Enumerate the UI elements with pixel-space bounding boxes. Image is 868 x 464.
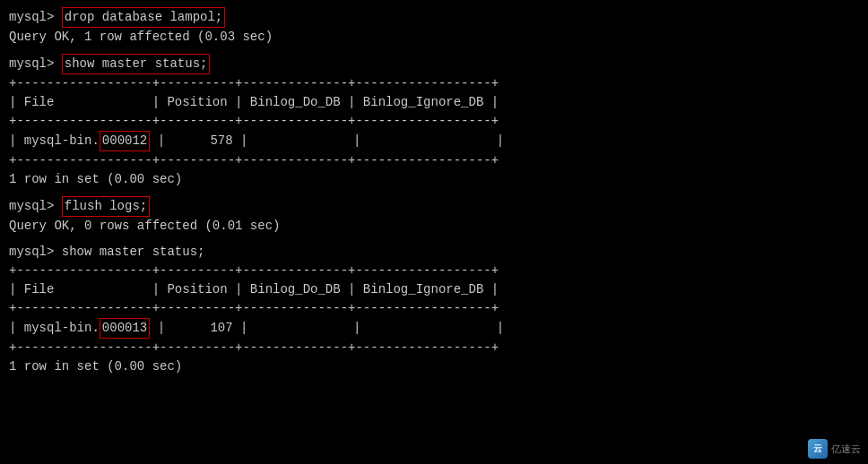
- output-line-10: 1 row in set (0.00 sec): [9, 170, 859, 189]
- table1-border-bot: +------------------+----------+---------…: [9, 151, 859, 170]
- command-line-15: mysql> show master status;: [9, 243, 859, 262]
- watermark: 云 亿速云: [808, 439, 861, 459]
- command-line-1: mysql> drop database lampol;: [9, 7, 859, 28]
- terminal-window: mysql> drop database lampol; Query OK, 1…: [0, 0, 868, 383]
- command-highlight-1: drop database lampol;: [62, 7, 225, 28]
- table2-row1-rest: | 107 | | |: [150, 319, 504, 338]
- table1-border-top: +------------------+----------+---------…: [9, 74, 859, 93]
- output-line-2: Query OK, 1 row affected (0.03 sec): [9, 28, 859, 47]
- table2-border-top: +------------------+----------+---------…: [9, 262, 859, 280]
- output-text-21: 1 row in set (0.00 sec): [9, 357, 182, 376]
- command-highlight-12: flush logs;: [62, 196, 150, 217]
- spacer-1: [9, 47, 859, 54]
- output-line-13: Query OK, 0 rows affected (0.01 sec): [9, 217, 859, 236]
- spacer-2: [9, 189, 859, 196]
- table1-border-mid: +------------------+----------+---------…: [9, 112, 859, 131]
- table1-filenum-1: 000012: [100, 131, 150, 151]
- table2-border-mid: +------------------+----------+---------…: [9, 299, 859, 318]
- command-line-4: mysql> show master status;: [9, 54, 859, 74]
- table2-filenum-1: 000013: [100, 318, 150, 339]
- command-highlight-4: show master status;: [62, 54, 211, 74]
- prompt-1: mysql>: [9, 8, 62, 27]
- table1-header: | File | Position | Binlog_Do_DB | Binlo…: [9, 93, 859, 112]
- prompt-4: mysql>: [9, 55, 62, 73]
- prompt-15: mysql>: [9, 243, 62, 262]
- table2-file-prefix: | mysql-bin.: [9, 319, 100, 338]
- table2-border-bot: +------------------+----------+---------…: [9, 339, 859, 357]
- command-line-12: mysql> flush logs;: [9, 196, 859, 217]
- table1-row1: | mysql-bin.000012 | 578 | | |: [9, 131, 859, 151]
- command-text-15: show master status;: [62, 243, 205, 262]
- output-text-13: Query OK, 0 rows affected (0.01 sec): [9, 217, 280, 236]
- table2-row1: | mysql-bin.000013 | 107 | | |: [9, 318, 859, 339]
- watermark-text: 亿速云: [831, 443, 861, 456]
- table1-file-prefix: | mysql-bin.: [9, 132, 100, 150]
- table1-row1-rest: | 578 | | |: [150, 132, 504, 150]
- watermark-icon: 云: [808, 439, 828, 459]
- output-line-21: 1 row in set (0.00 sec): [9, 357, 859, 376]
- table2-header: | File | Position | Binlog_Do_DB | Binlo…: [9, 280, 859, 299]
- output-text-10: 1 row in set (0.00 sec): [9, 170, 182, 189]
- output-text-2: Query OK, 1 row affected (0.03 sec): [9, 28, 273, 47]
- spacer-3: [9, 236, 859, 243]
- prompt-12: mysql>: [9, 197, 62, 216]
